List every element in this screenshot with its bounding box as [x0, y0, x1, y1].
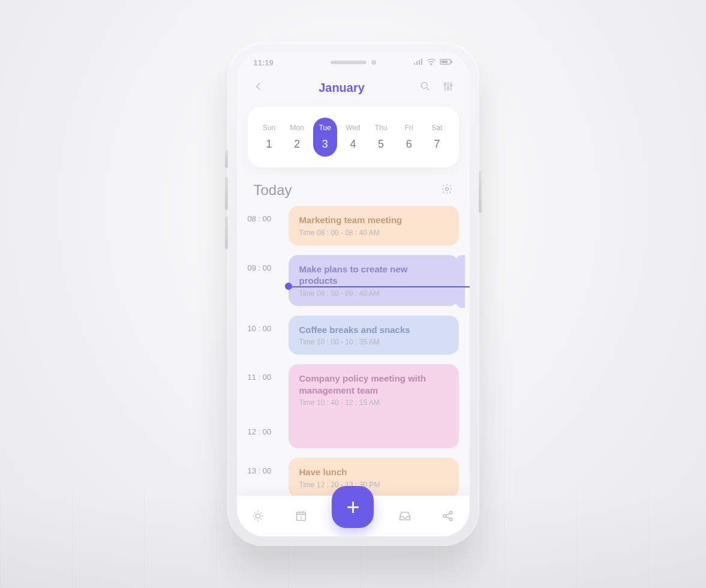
- power-button: [479, 171, 482, 213]
- day-number: 2: [294, 138, 300, 151]
- day-wed[interactable]: Wed4: [341, 118, 365, 157]
- event-subtitle: Time 10 : 40 - 12 : 15 AM: [299, 398, 448, 407]
- side-button: [225, 150, 228, 168]
- search-button[interactable]: [419, 80, 431, 95]
- svg-point-5: [447, 88, 449, 89]
- event-subtitle: Time 08 : 00 - 08 : 40 AM: [299, 229, 448, 237]
- page-title: January: [319, 81, 365, 95]
- event-subtitle: Time 10 : 00 - 10 : 35 AM: [299, 338, 448, 346]
- settings-button[interactable]: [441, 183, 453, 197]
- time-slot: 08 : 00Marketing team meetingTime 08 : 0…: [248, 206, 459, 245]
- time-slot: 09 : 00Make plans to create new products…: [248, 255, 459, 306]
- nav-calendar[interactable]: 1: [289, 504, 313, 528]
- day-sat[interactable]: Sat7: [425, 118, 449, 157]
- day-tue[interactable]: Tue3: [313, 118, 337, 157]
- day-label: Thu: [375, 124, 387, 132]
- svg-point-11: [443, 515, 446, 518]
- day-number: 1: [266, 138, 272, 151]
- filter-button[interactable]: [442, 80, 454, 95]
- status-time: 11:19: [254, 58, 274, 67]
- svg-point-12: [449, 511, 452, 514]
- day-mon[interactable]: Mon2: [285, 118, 309, 157]
- wifi-icon: [426, 58, 436, 67]
- event-title: Marketing team meeting: [299, 214, 448, 226]
- event-peek[interactable]: [455, 255, 465, 308]
- day-label: Sat: [431, 124, 442, 132]
- section-header: Today: [237, 167, 470, 206]
- section-title: Today: [254, 182, 292, 199]
- day-label: Wed: [346, 124, 360, 132]
- slot-time: 10 : 00: [248, 316, 278, 333]
- time-slot: 11 : 0012 : 00Company policy meeting wit…: [248, 364, 459, 448]
- plus-icon: +: [346, 496, 359, 518]
- day-number: 7: [434, 138, 440, 151]
- svg-point-3: [421, 82, 427, 88]
- svg-point-8: [256, 514, 260, 518]
- add-event-button[interactable]: +: [332, 486, 374, 528]
- svg-point-6: [450, 85, 452, 86]
- day-thu[interactable]: Thu5: [369, 118, 393, 157]
- app-header: January: [237, 73, 470, 102]
- time-slot: 10 : 00Coffee breaks and snacksTime 10 :…: [248, 316, 459, 355]
- svg-point-7: [445, 188, 448, 191]
- event-title: Make plans to create new products: [299, 263, 448, 287]
- event-card[interactable]: Company policy meeting with management t…: [289, 364, 459, 448]
- nav-share[interactable]: [436, 504, 460, 528]
- event-subtitle: Time 12 : 20 - 13 : 30 PM: [299, 481, 448, 489]
- day-label: Fri: [405, 124, 413, 132]
- day-number: 5: [378, 138, 384, 151]
- svg-point-4: [444, 83, 446, 85]
- bottom-nav: 1 +: [237, 496, 470, 536]
- slot-time: 13 : 00: [248, 458, 278, 475]
- slot-time: 08 : 00: [248, 206, 278, 223]
- day-label: Sun: [263, 124, 275, 132]
- event-title: Coffee breaks and snacks: [299, 324, 448, 336]
- battery-icon: [440, 58, 453, 67]
- svg-rect-1: [441, 61, 447, 63]
- phone-frame: 11:19 January: [227, 42, 479, 546]
- event-card[interactable]: Have lunchTime 12 : 20 - 13 : 30 PM: [289, 458, 459, 497]
- event-card[interactable]: Marketing team meetingTime 08 : 00 - 08 …: [289, 206, 459, 245]
- event-card[interactable]: Make plans to create new productsTime 08…: [289, 255, 459, 306]
- screen: 11:19 January: [237, 52, 470, 536]
- nav-inbox[interactable]: [393, 504, 417, 528]
- event-title: Have lunch: [299, 466, 448, 478]
- nav-weather[interactable]: [246, 504, 270, 528]
- event-card[interactable]: Coffee breaks and snacksTime 10 : 00 - 1…: [289, 316, 459, 355]
- event-subtitle: Time 08 : 50 - 09 : 40 AM: [299, 289, 448, 298]
- svg-point-13: [449, 518, 452, 521]
- day-number: 3: [322, 138, 328, 151]
- event-title: Company policy meeting with management t…: [299, 373, 448, 396]
- volume-down-button: [225, 216, 228, 249]
- day-number: 6: [406, 138, 412, 151]
- back-button[interactable]: [253, 80, 265, 95]
- day-number: 4: [350, 138, 356, 151]
- signal-icon: [413, 58, 423, 67]
- volume-up-button: [225, 177, 228, 210]
- week-selector: Sun1Mon2Tue3Wed4Thu5Fri6Sat7: [248, 107, 459, 167]
- day-label: Tue: [319, 124, 331, 132]
- day-fri[interactable]: Fri6: [397, 118, 421, 157]
- svg-rect-2: [451, 61, 452, 63]
- day-sun[interactable]: Sun1: [257, 118, 281, 157]
- notch: [331, 60, 376, 65]
- slot-time: 11 : 0012 : 00: [248, 364, 278, 436]
- slot-time: 09 : 00: [248, 255, 278, 272]
- svg-text:1: 1: [300, 515, 302, 520]
- day-label: Mon: [290, 124, 304, 132]
